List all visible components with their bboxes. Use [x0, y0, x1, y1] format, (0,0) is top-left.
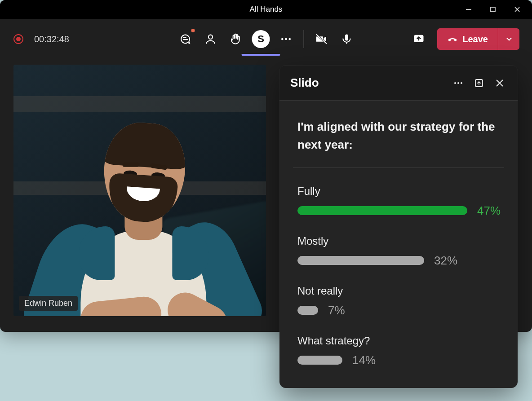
poll-option-bar-row: 7%: [297, 304, 500, 317]
camera-toggle-button[interactable]: [311, 29, 332, 49]
toolbar-center: S: [175, 29, 357, 49]
svg-point-1: [208, 35, 213, 39]
poll-option[interactable]: What strategy?14%: [297, 335, 500, 367]
poll-option[interactable]: Mostly32%: [297, 235, 500, 268]
toolbar-right: Leave: [408, 28, 519, 50]
toolbar-divider: [304, 30, 304, 48]
poll-option-percent: 47%: [477, 204, 501, 218]
svg-rect-0: [491, 7, 495, 12]
svg-point-4: [288, 38, 291, 40]
meeting-toolbar: 00:32:48 S: [0, 19, 532, 59]
slido-close-button[interactable]: [492, 76, 507, 90]
poll-option-percent: 7%: [328, 304, 345, 317]
window-controls: [457, 0, 529, 19]
participant-video-tile[interactable]: Edwin Ruben: [13, 65, 266, 316]
more-actions-button[interactable]: [276, 29, 297, 49]
poll-option-label: Not really: [297, 285, 500, 297]
titlebar: All Hands: [0, 0, 532, 19]
slido-app-button[interactable]: S: [251, 29, 271, 49]
more-icon: [453, 78, 464, 88]
svg-point-2: [281, 38, 284, 40]
maximize-button[interactable]: [481, 0, 505, 19]
chat-button[interactable]: [175, 29, 196, 49]
poll-question: I'm aligned with our strategy for the ne…: [297, 118, 500, 154]
poll-option-bar: [297, 356, 342, 365]
poll-option-label: Mostly: [297, 235, 500, 247]
svg-point-3: [285, 38, 287, 40]
slido-icon: S: [252, 30, 270, 48]
svg-point-7: [454, 82, 456, 84]
participant-name-tag: Edwin Ruben: [19, 296, 78, 311]
chevron-down-icon: [505, 35, 514, 44]
hangup-icon: [447, 34, 458, 44]
poll-option-percent: 32%: [434, 254, 457, 268]
poll-option-bar-row: 47%: [297, 204, 500, 218]
poll-option-percent: 14%: [352, 353, 376, 367]
poll-option-bar-row: 32%: [297, 254, 500, 268]
leave-options-button[interactable]: [498, 28, 519, 50]
minimize-button[interactable]: [457, 0, 481, 19]
slido-more-button[interactable]: [451, 76, 466, 90]
active-tab-indicator: [242, 54, 280, 56]
slido-header: Slido: [279, 66, 518, 101]
leave-label: Leave: [462, 34, 488, 44]
mic-toggle-button[interactable]: [337, 29, 357, 49]
poll-option-bar: [297, 256, 424, 265]
close-icon: [494, 78, 505, 88]
meeting-timer: 00:32:48: [34, 34, 69, 44]
slido-panel: Slido I'm aligned with our strategy for …: [279, 66, 518, 388]
share-screen-button[interactable]: [408, 29, 429, 49]
window-title: All Hands: [250, 5, 283, 14]
close-window-button[interactable]: [505, 0, 529, 19]
poll-option-bar-row: 14%: [297, 353, 500, 367]
notification-dot-icon: [191, 29, 195, 32]
slido-title: Slido: [290, 76, 445, 90]
poll-option-bar: [297, 306, 318, 315]
leave-button[interactable]: Leave: [437, 28, 498, 50]
svg-point-9: [461, 82, 462, 84]
poll-option[interactable]: Not really7%: [297, 285, 500, 317]
slido-popout-button[interactable]: [472, 76, 486, 90]
svg-rect-5: [345, 35, 348, 41]
poll-option-label: Fully: [297, 185, 500, 198]
svg-point-8: [457, 82, 459, 84]
participant-figure: [49, 105, 238, 316]
recording-indicator-icon: [13, 34, 23, 44]
poll-option[interactable]: Fully47%: [297, 185, 500, 218]
poll-option-label: What strategy?: [297, 335, 500, 347]
slido-body: I'm aligned with our strategy for the ne…: [279, 101, 518, 372]
divider: [293, 167, 504, 168]
leave-button-group: Leave: [437, 28, 519, 50]
people-button[interactable]: [200, 29, 221, 49]
popout-icon: [474, 78, 484, 88]
poll-option-bar: [297, 206, 467, 215]
raise-hand-button[interactable]: [226, 29, 246, 49]
